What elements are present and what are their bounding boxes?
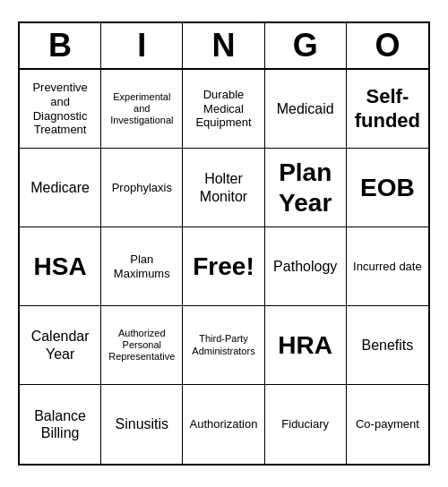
bingo-cell: Calendar Year <box>20 306 101 385</box>
cell-text: Durable Medical Equipment <box>186 88 260 130</box>
bingo-cell: HSA <box>20 227 101 306</box>
cell-text: Authorized Personal Representative <box>105 328 178 363</box>
cell-text: Benefits <box>361 337 413 354</box>
bingo-cell: Third-Party Administrators <box>183 306 264 385</box>
bingo-cell: Experimental and Investigational <box>101 70 183 149</box>
cell-text: EOB <box>360 173 415 203</box>
bingo-grid: Preventive and Diagnostic TreatmentExper… <box>20 70 428 464</box>
bingo-cell: Free! <box>183 227 264 306</box>
cell-text: Pathology <box>273 258 337 275</box>
cell-text: Prophylaxis <box>112 181 172 195</box>
cell-text: Authorization <box>190 417 258 431</box>
header-letter: B <box>20 23 101 68</box>
cell-text: Third-Party Administrators <box>186 333 260 356</box>
bingo-cell: Preventive and Diagnostic Treatment <box>20 70 101 149</box>
cell-text: Calendar Year <box>23 328 97 362</box>
bingo-cell: Co-payment <box>347 385 428 464</box>
bingo-cell: Self-funded <box>347 70 428 149</box>
cell-text: HRA <box>278 330 332 361</box>
bingo-cell: Incurred date <box>347 227 428 306</box>
bingo-cell: Pathology <box>265 227 347 306</box>
bingo-card: BINGO Preventive and Diagnostic Treatmen… <box>18 21 430 466</box>
bingo-header: BINGO <box>20 23 428 70</box>
bingo-cell: Holter Monitor <box>183 149 264 227</box>
bingo-cell: Balance Billing <box>20 385 101 464</box>
cell-text: Preventive and Diagnostic Treatment <box>23 81 97 136</box>
cell-text: Self-funded <box>350 85 425 132</box>
cell-text: Incurred date <box>353 260 422 274</box>
bingo-cell: Plan Maximums <box>101 227 183 306</box>
bingo-cell: Benefits <box>347 306 428 385</box>
cell-text: Free! <box>193 252 254 282</box>
cell-text: Co-payment <box>356 417 419 431</box>
header-letter: O <box>347 23 428 68</box>
bingo-cell: Authorization <box>183 385 264 464</box>
bingo-cell: Sinusitis <box>101 385 183 464</box>
bingo-cell: Fiduciary <box>265 385 347 464</box>
bingo-cell: EOB <box>347 149 428 227</box>
bingo-cell: Durable Medical Equipment <box>183 70 264 149</box>
bingo-cell: Medicaid <box>265 70 347 149</box>
cell-text: Fiduciary <box>281 417 329 431</box>
cell-text: Medicaid <box>277 100 334 117</box>
bingo-cell: Medicare <box>20 149 101 227</box>
cell-text: Medicare <box>30 179 90 196</box>
cell-text: Plan Year <box>269 158 342 218</box>
bingo-cell: HRA <box>265 306 347 385</box>
cell-text: Holter Monitor <box>186 170 260 204</box>
cell-text: Experimental and Investigational <box>105 91 178 127</box>
cell-text: Sinusitis <box>116 415 169 432</box>
header-letter: I <box>101 23 183 68</box>
bingo-cell: Plan Year <box>265 149 347 227</box>
cell-text: HSA <box>34 252 87 282</box>
header-letter: N <box>183 23 264 68</box>
cell-text: Plan Maximums <box>105 252 178 280</box>
cell-text: Balance Billing <box>23 407 97 441</box>
bingo-cell: Authorized Personal Representative <box>101 306 183 385</box>
header-letter: G <box>265 23 347 68</box>
bingo-cell: Prophylaxis <box>101 149 183 227</box>
